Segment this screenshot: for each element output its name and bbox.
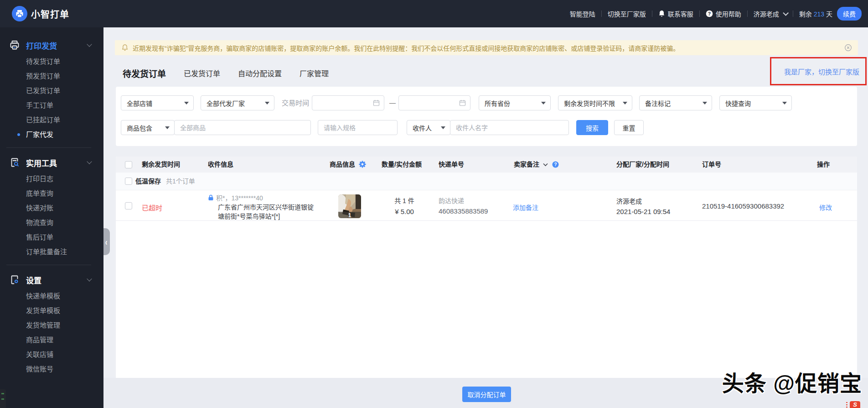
chevron-left-icon: ‹ xyxy=(105,236,108,246)
courier-name: 韵达快递 xyxy=(439,196,488,205)
sidebar-item-print-log[interactable]: 打印日志 xyxy=(0,172,103,186)
page: 小智打单 智能登陆 切换至厂家版 联系客服 ? 使用帮助 济源老成 xyxy=(0,0,868,408)
sidebar-item-product-manage[interactable]: 商品管理 xyxy=(0,333,103,347)
notice-text: 近期发现有“诈骗犯”冒充服务商，骗取商家的店铺账密，提取商家的账户余额。我们在此… xyxy=(133,43,840,52)
remark-mark-select[interactable]: 备注标记 xyxy=(639,95,712,110)
nav-switch-factory[interactable]: 切换至厂家版 xyxy=(608,9,646,18)
order-tabs: 待发货订单 已发货订单 自动分配设置 厂家管理 xyxy=(123,66,346,80)
col-tracking-no: 快递单号 xyxy=(439,157,464,173)
sidebar-item-batch-remark[interactable]: 订单批量备注 xyxy=(0,245,103,259)
assigned-factory: 济源老成 xyxy=(616,196,670,205)
modify-link[interactable]: 修改 xyxy=(819,203,832,212)
product-thumbnail[interactable]: 1 xyxy=(338,194,361,218)
caret-down-icon xyxy=(184,102,189,105)
tracking-number: 4608335883589 xyxy=(439,207,488,215)
watermark-text: 头条 @促销宝 xyxy=(722,366,862,398)
sidebar-head-print[interactable]: 打印发货 xyxy=(0,36,103,54)
sidebar-item-held-orders[interactable]: 已挂起订单 xyxy=(0,113,103,127)
product-contains-select[interactable]: 商品包含 xyxy=(121,120,175,135)
calendar-icon xyxy=(459,99,466,108)
gear-icon[interactable] xyxy=(359,161,366,168)
sidebar-item-logistics-query[interactable]: 物流查询 xyxy=(0,215,103,230)
brand-name: 小智打单 xyxy=(31,7,69,21)
assign-time: 2021-05-21 09:54 xyxy=(616,208,670,215)
reset-button[interactable]: 重置 xyxy=(614,120,644,135)
sidebar-item-receipt-query[interactable]: 底单查询 xyxy=(0,186,103,201)
topnav: 智能登陆 切换至厂家版 联系客服 ? 使用帮助 济源老成 xyxy=(570,0,868,27)
select-all-checkbox[interactable] xyxy=(125,161,132,168)
sidebar-head-tools[interactable]: 实用工具 xyxy=(0,153,103,172)
lock-icon xyxy=(208,194,214,201)
factory-select[interactable]: 全部代发厂家 xyxy=(201,95,274,110)
sidebar-section-settings: 设置 快递单模板 发货单模板 发货地管理 商品管理 关联店铺 微信账号 xyxy=(0,271,103,377)
order-number: 210519-416059300683392 xyxy=(702,202,784,210)
tab-shipped-orders[interactable]: 已发货订单 xyxy=(184,68,220,78)
sidebar-item-express-reconcile[interactable]: 快递对账 xyxy=(0,201,103,215)
col-recipient-info: 收件信息 xyxy=(208,157,233,173)
trade-time-start-input[interactable] xyxy=(312,95,384,110)
divider xyxy=(699,10,700,17)
nav-contact-service[interactable]: 联系客服 xyxy=(658,9,693,18)
search-button[interactable]: 搜索 xyxy=(576,120,608,135)
sidebar-item-preship-orders[interactable]: 预发货订单 xyxy=(0,69,103,84)
caret-down-icon xyxy=(782,102,787,105)
row-checkbox[interactable] xyxy=(125,202,132,209)
paid-amount: ¥ 5.00 xyxy=(382,208,427,215)
shop-select[interactable]: 全部店铺 xyxy=(121,95,194,110)
remaining-days: 剩余213天 xyxy=(799,9,832,18)
sidebar-item-wechat-account[interactable]: 微信账号 xyxy=(0,362,103,377)
chevron-down-icon xyxy=(87,276,92,281)
sidebar-collapse-handle[interactable]: ‹ xyxy=(103,228,110,255)
close-icon[interactable] xyxy=(845,44,852,51)
nav-smart-login[interactable]: 智能登陆 xyxy=(570,9,595,18)
province-select[interactable]: 所有省份 xyxy=(479,95,551,110)
sidebar-item-waybill-template[interactable]: 快递单模板 xyxy=(0,289,103,303)
bell-icon xyxy=(658,10,665,17)
sidebar-head-settings[interactable]: 设置 xyxy=(0,271,103,289)
gear-doc-icon xyxy=(9,274,20,285)
group-order-count: 共1个订单 xyxy=(166,173,195,190)
qty-amount-cell: 共 1 件 ¥ 5.00 xyxy=(382,196,427,215)
sidebar-item-linked-shops[interactable]: 关联店铺 xyxy=(0,347,103,362)
group-checkbox[interactable] xyxy=(125,178,132,185)
topbar: 小智打单 智能登陆 切换至厂家版 联系客服 ? 使用帮助 济源老成 xyxy=(0,0,868,27)
sidebar-item-origin-manage[interactable]: 发货地管理 xyxy=(0,318,103,333)
cancel-assign-button[interactable]: 取消分配订单 xyxy=(462,387,511,402)
receiver-name-input[interactable] xyxy=(450,120,568,135)
sidebar-item-factory-dropship[interactable]: 厂家代发 xyxy=(0,127,103,142)
watermark-dots xyxy=(846,402,847,408)
divider xyxy=(793,10,793,17)
divider xyxy=(601,10,602,17)
chevron-down-icon[interactable] xyxy=(543,163,548,167)
sidebar-item-pending-orders[interactable]: 待发货订单 xyxy=(0,54,103,69)
product-input-wrap xyxy=(174,120,311,135)
product-input[interactable] xyxy=(175,120,310,135)
spec-input[interactable] xyxy=(318,120,397,135)
question-circle-icon[interactable]: ? xyxy=(552,161,559,168)
receiver-select[interactable]: 收件人 xyxy=(407,120,450,135)
trade-time-end-input[interactable] xyxy=(398,95,470,110)
tab-auto-assign-settings[interactable]: 自动分配设置 xyxy=(238,68,282,78)
switch-to-factory-link[interactable]: 我是厂家，切换至厂家版 xyxy=(784,67,859,76)
remaining-time-select[interactable]: 剩余发货时间不限 xyxy=(558,95,632,110)
quick-query-select[interactable]: 快捷查询 xyxy=(719,95,792,110)
sidebar-item-aftersale-orders[interactable]: 售后订单 xyxy=(0,230,103,245)
caret-down-icon xyxy=(623,102,627,105)
order-row: 已超时 积*，13*******40 广东省广州市天河区兴华街道银锭塘前街*号菜… xyxy=(116,190,857,221)
sidebar-item-shipping-template[interactable]: 发货单模板 xyxy=(0,303,103,318)
tab-pending-orders[interactable]: 待发货订单 xyxy=(123,67,166,79)
add-remark-link[interactable]: 添加备注 xyxy=(513,203,538,212)
col-factory-time: 分配厂家/分配时间 xyxy=(616,157,669,173)
section-title: 实用工具 xyxy=(26,157,57,168)
sidebar-item-manual-orders[interactable]: 手工订单 xyxy=(0,98,103,113)
caret-down-icon xyxy=(265,102,269,105)
nav-help[interactable]: ? 使用帮助 xyxy=(706,9,741,18)
notice-bar: 近期发现有“诈骗犯”冒充服务商，骗取商家的店铺账密，提取商家的账户余额。我们在此… xyxy=(115,40,858,55)
renew-button[interactable]: 续费 xyxy=(837,7,862,21)
tab-factory-manage[interactable]: 厂家管理 xyxy=(300,68,329,78)
user-menu[interactable]: 济源老成 xyxy=(754,9,787,18)
table-header: 剩余发货时间 收件信息 商品信息 数量/实付金额 快递单号 卖家备注 ? 分配厂… xyxy=(116,157,857,173)
sidebar-item-shipped-orders[interactable]: 已发货订单 xyxy=(0,84,103,98)
filter-row-2: 商品包含 收件人 搜索 重置 xyxy=(116,120,857,135)
calendar-icon xyxy=(373,99,380,108)
